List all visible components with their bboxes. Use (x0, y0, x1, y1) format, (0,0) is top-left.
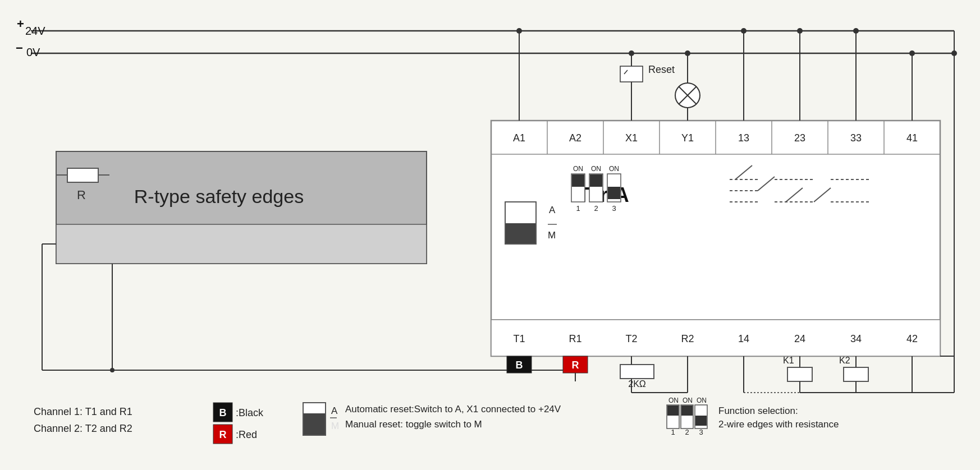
svg-point-47 (685, 50, 690, 56)
svg-rect-100 (304, 413, 325, 435)
on3-legend: ON (697, 397, 707, 404)
svg-rect-22 (506, 202, 535, 223)
svg-point-49 (741, 28, 747, 34)
terminal-T2: T2 (625, 333, 637, 344)
minus-0v-value: 0V (26, 46, 40, 58)
resistor-2k-label: 2KΩ (628, 379, 646, 389)
func-select-title: Function selection: (718, 406, 798, 416)
svg-rect-107 (695, 416, 707, 426)
svg-rect-79 (620, 365, 654, 379)
channel1-label: Channel 1: T1 and R1 (34, 406, 132, 417)
sw2-label: 2 (594, 204, 598, 213)
terminal-42: 42 (906, 333, 918, 344)
terminal-X1: X1 (625, 132, 638, 144)
terminal-24: 24 (794, 333, 805, 344)
svg-rect-26 (572, 174, 584, 187)
terminal-23: 23 (794, 132, 805, 144)
func-select-desc: 2-wire edges with resistance (718, 419, 839, 430)
r-legend-text: :Red (236, 429, 257, 440)
r-symbol: R (77, 188, 86, 202)
on1-legend: ON (668, 397, 679, 404)
terminal-13: 13 (738, 132, 749, 144)
svg-point-55 (909, 50, 915, 56)
svg-point-59 (951, 50, 957, 56)
safety-edges-label: R-type safety edges (134, 186, 304, 207)
manual-reset-desc: Manual reset: toggle switch to M (345, 419, 482, 430)
terminal-Y1: Y1 (681, 132, 694, 144)
svg-point-96 (110, 368, 115, 372)
sw3-label: 3 (612, 204, 616, 213)
terminal-41: 41 (906, 132, 918, 144)
r-terminal-label: R (572, 360, 579, 371)
sw1-label: 1 (576, 204, 580, 213)
b-legend-text: :Black (236, 407, 264, 418)
diagram-container: + 24V − 0V A1 A2 X1 Y1 13 23 33 41 T1 R1… (0, 0, 980, 470)
terminal-A1: A1 (513, 132, 525, 144)
minus-0v-symbol: − (16, 41, 23, 55)
on2-legend: ON (683, 397, 693, 404)
terminal-14: 14 (738, 333, 749, 344)
svg-rect-20 (491, 320, 940, 356)
terminal-A2: A2 (569, 132, 581, 144)
on2-label: ON (591, 165, 601, 173)
svg-point-51 (797, 28, 803, 34)
m-label: M (548, 230, 556, 241)
k2-label: K2 (839, 356, 850, 365)
on3-label: ON (609, 165, 619, 173)
sw2-legend: 2 (685, 428, 689, 436)
channel2-label: Channel 2: T2 and R2 (34, 423, 132, 434)
terminal-R1: R1 (569, 333, 581, 344)
auto-reset-desc: Automatic reset:Switch to A, X1 connecte… (345, 404, 561, 414)
terminal-34: 34 (850, 333, 862, 344)
svg-rect-30 (608, 187, 620, 199)
svg-rect-28 (590, 174, 602, 187)
svg-rect-68 (67, 168, 98, 182)
b-legend-icon: B (219, 407, 227, 418)
svg-rect-105 (681, 406, 693, 416)
sw1-legend: 1 (671, 428, 675, 436)
plus-24v-value: 24V (25, 25, 45, 37)
sw3-legend: 3 (699, 428, 703, 436)
terminal-R2: R2 (681, 333, 694, 344)
svg-rect-67 (56, 224, 427, 264)
reset-label: Reset (648, 64, 675, 75)
svg-rect-103 (667, 406, 679, 416)
terminal-33: 33 (850, 132, 862, 144)
svg-rect-87 (844, 367, 868, 381)
svg-point-53 (853, 28, 859, 34)
tera-label: Ter-A (578, 183, 629, 206)
a-legend-label: A (331, 406, 338, 416)
svg-rect-60 (620, 66, 643, 82)
a-label: A (549, 205, 556, 215)
b-terminal-label: B (516, 360, 523, 371)
svg-point-43 (516, 28, 522, 34)
terminal-T1: T1 (513, 333, 525, 344)
svg-rect-23 (506, 223, 535, 243)
on1-label: ON (573, 165, 583, 173)
k1-label: K1 (783, 356, 794, 365)
wiring-diagram: + 24V − 0V A1 A2 X1 Y1 13 23 33 41 T1 R1… (0, 0, 980, 470)
svg-rect-84 (787, 367, 812, 381)
plus-24v-label: + (17, 17, 24, 31)
m-legend-label: M (331, 421, 339, 431)
r-legend-icon: R (219, 429, 227, 440)
